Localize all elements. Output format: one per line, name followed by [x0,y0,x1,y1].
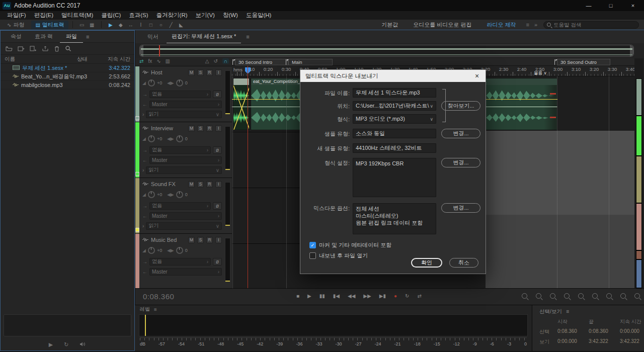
track-output-select[interactable]: Master› [149,268,222,276]
format-select[interactable]: MP3 오디오 (*.mp3)∨ [353,114,436,124]
ok-button[interactable]: 확인 [411,258,442,268]
panel-menu-icon[interactable]: ≡ [566,308,569,315]
track-select-box[interactable] [135,116,139,120]
track-name[interactable]: Music Bed [151,237,186,243]
input-monitor-button[interactable]: I [215,181,222,188]
close-button[interactable]: × [622,0,644,11]
file-row[interactable]: mabilgclose.mp3 0:08.242 [1,81,134,90]
selection-duration[interactable]: 0:00.000 [620,328,644,335]
track-name[interactable]: Sound FX [151,181,186,187]
view-duration[interactable]: 3:42.322 [620,338,644,345]
input-monitor-button[interactable]: I [215,69,222,76]
scrollbar-segment-interview[interactable] [636,116,642,156]
zoom-in-time-button[interactable] [522,293,527,299]
workspace-default[interactable]: 기본값 [374,21,405,29]
marker-main[interactable]: Main [286,59,333,65]
navigator-track[interactable] [139,45,634,57]
panel-menu-icon[interactable]: ≡ [84,34,91,40]
zoom-in-amplitude-button[interactable] [550,293,555,299]
mute-button[interactable]: M [188,181,195,188]
heal-tool-icon[interactable]: ◣ [176,22,186,28]
pan-knob[interactable] [176,135,183,142]
volume-knob[interactable] [148,79,155,86]
go-to-end-button[interactable]: ▶▮ [379,293,386,299]
dialog-close-button[interactable]: × [468,72,486,80]
volume-knob[interactable] [148,135,155,142]
level-meter[interactable] [139,314,528,336]
track-automation-icon[interactable]: ∿ [156,58,160,64]
export-icon[interactable] [42,46,49,52]
preview-loop-button[interactable]: ↻ [64,341,68,348]
scrollbar-segment-host[interactable] [636,78,642,116]
record-button[interactable]: ● [394,293,397,299]
search-icon[interactable] [65,45,71,52]
menu-item[interactable]: 멀티트랙(M) [57,12,97,19]
delete-icon[interactable] [54,46,60,52]
tab-properties[interactable]: 속성 [5,31,28,42]
track-select-box[interactable] [135,228,139,232]
rewind-button[interactable]: ◀◀ [348,293,355,299]
menu-item[interactable]: 편집(E) [30,12,57,19]
scrollbar-segment-musicbed[interactable] [636,203,642,250]
phase-button[interactable]: ø [213,146,222,154]
metronome-icon[interactable]: △ [205,58,209,64]
workspace-menu-icon[interactable]: ≡ [524,22,531,28]
selection-end[interactable]: 0:08.360 [589,328,620,335]
track-header-host[interactable]: Host M S R I ◢ +0 ◀▶ [135,66,232,122]
open-after-export-checkbox[interactable] [309,252,316,259]
help-search-box[interactable] [543,21,639,29]
automation-chevron-icon[interactable]: › [142,112,144,117]
time-selection-tool-icon[interactable]: I [136,22,146,28]
view-start[interactable]: 0:00.000 [557,338,589,345]
file-row-session[interactable]: 무제 세션 1.sesx * 3:42.322 [1,64,134,72]
scrollbar-segment-master[interactable] [636,259,642,288]
monitor-icon[interactable]: ▭ [77,22,87,28]
panel-menu-icon[interactable]: ≡ [154,307,157,312]
phase-button[interactable]: ø [213,258,222,266]
location-select[interactable]: C:\User...킴\2017년\팟캐스트\18_19_20\18회∨ [353,101,436,111]
column-status[interactable]: 상태 [77,56,101,63]
automation-chevron-icon[interactable]: › [142,223,144,229]
include-metadata-checkbox[interactable]: ✓ [309,242,316,248]
mute-button[interactable]: M [188,69,195,76]
zoom-reset-button[interactable] [578,293,584,299]
open-file-icon[interactable] [6,46,13,52]
automation-mode-select[interactable]: 읽기∨ [146,166,222,174]
mute-button[interactable]: M [188,237,195,243]
zoom-out-amplitude-button[interactable] [564,293,570,299]
track-output-select[interactable]: Master› [149,156,222,164]
track-input-select[interactable]: 없음› [149,91,211,98]
zoom-out-point-button[interactable] [606,293,612,299]
marquee-tool-icon[interactable]: □ [146,22,156,28]
maximize-button[interactable]: □ [600,0,622,11]
tab-effects-rack[interactable]: 효과 랙 [29,31,59,42]
brush-tool-icon[interactable]: ╱ [166,22,176,28]
dialog-titlebar[interactable]: 멀티트랙 믹스다운 내보내기 × [300,70,486,82]
fade-handle[interactable] [550,93,556,95]
menu-item[interactable]: 즐겨찾기(R) [152,12,192,19]
track-fx-icon[interactable]: fx [148,58,152,64]
preview-play-button[interactable]: ▶ [49,341,53,348]
import-media-icon[interactable] [18,46,25,52]
pause-button[interactable]: ▮▮ [319,293,325,299]
zoom-selection-button[interactable] [620,293,626,299]
tab-editor[interactable]: 편집기: 무제 세션 1.sesx * [167,30,241,43]
automation-mode-select[interactable]: 읽기∨ [146,111,222,118]
cancel-button[interactable]: 취소 [449,258,478,268]
column-duration[interactable]: 지속 시간 [101,56,130,63]
stop-button[interactable]: ■ [296,293,299,299]
play-button[interactable]: ▶ [307,293,311,299]
marker-outro[interactable]: 30 Second Outro [554,59,610,65]
timeline-navigator[interactable] [135,43,644,58]
track-header-interview[interactable]: Interview M S R I ◢ +0 ◀▶ [135,122,232,178]
new-item-icon[interactable] [30,46,37,52]
browse-button[interactable]: 찾아보기... [441,101,480,111]
track-output-select[interactable]: Master› [149,101,222,108]
file-row[interactable]: Beat_Yo...n_배경음악.mp3 2:53.662 [1,72,134,81]
selection-start[interactable]: 0:08.360 [557,328,589,335]
zoom-out-time-button[interactable] [536,293,541,299]
tab-mixer[interactable]: 믹서 [142,31,164,43]
menu-item[interactable]: 클립(C) [97,12,125,19]
preview-speaker-icon[interactable] [79,341,86,348]
marker-intro[interactable]: 30 Second Intro [232,59,288,65]
